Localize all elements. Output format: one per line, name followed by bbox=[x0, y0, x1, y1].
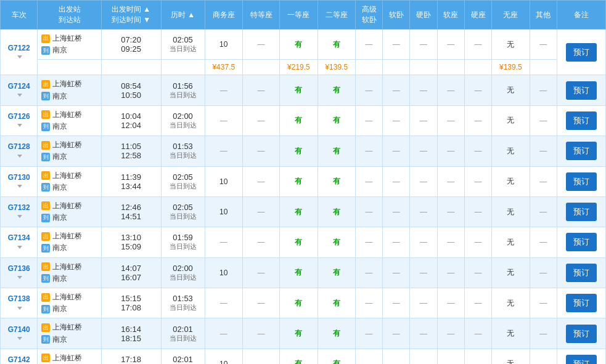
train-link[interactable]: G7122 bbox=[8, 44, 30, 52]
train-no-cell: G7130 bbox=[1, 166, 38, 196]
expand-icon[interactable] bbox=[17, 124, 22, 127]
train-link[interactable]: G7130 bbox=[8, 173, 30, 182]
depart-station: 上海虹桥 bbox=[52, 78, 82, 90]
train-link[interactable]: G7136 bbox=[8, 264, 30, 273]
hardseat-seat: — bbox=[464, 349, 491, 364]
hardseat-seat: — bbox=[464, 196, 491, 227]
book-button[interactable]: 预订 bbox=[566, 81, 597, 100]
highsoft-seat: — bbox=[355, 75, 382, 105]
arrive-station: 南京 bbox=[52, 303, 67, 315]
expand-icon[interactable] bbox=[17, 246, 22, 249]
expand-icon[interactable] bbox=[17, 55, 22, 59]
noseat-seat: 无 bbox=[492, 318, 530, 349]
hardbed-seat: — bbox=[410, 318, 437, 349]
second-seat: 有 bbox=[317, 105, 355, 135]
train-link[interactable]: G7132 bbox=[8, 203, 30, 212]
expand-icon[interactable] bbox=[17, 155, 22, 158]
table-row: G7142 出 上海虹桥 到 南京 17:18 19:19 02:01 当日到达… bbox=[1, 349, 606, 364]
book-cell: 预订 bbox=[557, 105, 605, 135]
train-link[interactable]: G7128 bbox=[8, 142, 30, 151]
second-seat: 有 bbox=[317, 196, 355, 227]
train-link[interactable]: G7142 bbox=[8, 355, 30, 364]
train-table: 车次 出发站到达站 出发时间 ▲到达时间 ▼ 历时 ▲ 商务座 特等座 一等座 … bbox=[0, 0, 606, 364]
train-link[interactable]: G7124 bbox=[8, 82, 30, 91]
price-business: ¥437.5 bbox=[205, 60, 242, 75]
business-seat: — bbox=[205, 136, 242, 166]
train-no-cell: G7138 bbox=[1, 288, 38, 318]
station-cell: 出 上海虹桥 到 南京 bbox=[38, 227, 101, 257]
expand-icon[interactable] bbox=[17, 337, 22, 340]
col-first: 一等座 bbox=[280, 1, 317, 30]
book-button[interactable]: 预订 bbox=[566, 325, 597, 343]
softbed-seat: — bbox=[383, 318, 410, 349]
book-button[interactable]: 预订 bbox=[566, 233, 597, 251]
col-highsoft: 高级软卧 bbox=[355, 1, 382, 30]
col-business: 商务座 bbox=[205, 1, 242, 30]
train-link[interactable]: G7126 bbox=[8, 112, 30, 121]
other-seat: — bbox=[530, 196, 557, 227]
hardbed-seat: — bbox=[410, 196, 437, 227]
duration-time: 01:53 bbox=[164, 294, 202, 303]
business-seat: 10 bbox=[205, 196, 242, 227]
train-link[interactable]: G7140 bbox=[8, 325, 30, 334]
col-train: 车次 bbox=[1, 1, 38, 30]
train-link[interactable]: G7134 bbox=[8, 233, 30, 242]
time-cell: 07:20 09:25 bbox=[101, 30, 161, 60]
depart-time: 15:15 bbox=[104, 294, 158, 303]
col-second: 二等座 bbox=[317, 1, 355, 30]
depart-icon: 出 bbox=[41, 141, 50, 150]
expand-icon[interactable] bbox=[17, 94, 22, 97]
price-other bbox=[530, 60, 557, 75]
time-cell: 11:05 12:58 bbox=[101, 136, 161, 166]
train-no-cell: G7142 bbox=[1, 349, 38, 364]
book-button[interactable]: 预订 bbox=[566, 172, 597, 191]
hardbed-seat: — bbox=[410, 288, 437, 318]
depart-station: 上海虹桥 bbox=[52, 109, 82, 121]
duration-cell: 02:00 当日到达 bbox=[161, 257, 205, 288]
arrive-time: 16:07 bbox=[104, 273, 158, 282]
first-seat: 有 bbox=[280, 257, 317, 288]
expand-icon[interactable] bbox=[17, 307, 22, 310]
business-seat: — bbox=[205, 227, 242, 257]
book-button[interactable]: 预订 bbox=[566, 142, 597, 160]
depart-station: 上海虹桥 bbox=[52, 291, 82, 303]
first-seat: 有 bbox=[280, 30, 317, 60]
hardbed-seat: — bbox=[410, 105, 437, 135]
expand-icon[interactable] bbox=[17, 185, 22, 188]
book-button[interactable]: 预订 bbox=[566, 43, 597, 62]
same-day: 当日到达 bbox=[164, 182, 202, 191]
arrive-icon: 到 bbox=[41, 305, 50, 313]
other-seat: — bbox=[530, 75, 557, 105]
highsoft-seat: — bbox=[355, 166, 382, 196]
book-button[interactable]: 预订 bbox=[566, 355, 597, 364]
time-cell: 11:39 13:44 bbox=[101, 166, 161, 196]
special-seat: — bbox=[242, 30, 279, 60]
col-noseat: 无座 bbox=[492, 1, 530, 30]
highsoft-seat: — bbox=[355, 349, 382, 364]
expand-icon[interactable] bbox=[17, 276, 22, 279]
train-link[interactable]: G7138 bbox=[8, 294, 30, 303]
depart-time: 16:14 bbox=[104, 325, 158, 334]
station-cell: 出 上海虹桥 到 南京 bbox=[38, 30, 101, 60]
arrive-time: 12:58 bbox=[104, 151, 158, 160]
book-button[interactable]: 预订 bbox=[566, 264, 597, 282]
col-duration[interactable]: 历时 ▲ bbox=[161, 1, 205, 30]
train-no-cell: G7140 bbox=[1, 318, 38, 349]
highsoft-seat: — bbox=[355, 105, 382, 135]
book-button[interactable]: 预订 bbox=[566, 203, 597, 221]
book-button[interactable]: 预订 bbox=[566, 294, 597, 312]
duration-time: 01:59 bbox=[164, 233, 202, 242]
hardbed-seat: — bbox=[410, 227, 437, 257]
time-cell: 13:10 15:09 bbox=[101, 227, 161, 257]
noseat-seat: 无 bbox=[492, 349, 530, 364]
expand-icon[interactable] bbox=[17, 215, 22, 218]
book-cell: 预订 bbox=[557, 318, 605, 349]
col-station: 出发站到达站 bbox=[38, 1, 101, 30]
arrive-station: 南京 bbox=[52, 334, 67, 346]
first-seat: 有 bbox=[280, 136, 317, 166]
other-seat: — bbox=[530, 30, 557, 60]
duration-time: 01:56 bbox=[164, 81, 202, 91]
special-seat: — bbox=[242, 227, 279, 257]
book-button[interactable]: 预订 bbox=[566, 111, 597, 130]
col-time[interactable]: 出发时间 ▲到达时间 ▼ bbox=[101, 1, 161, 30]
